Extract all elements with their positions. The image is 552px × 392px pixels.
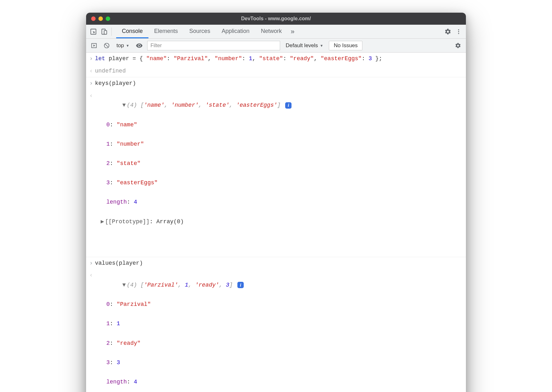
- console-input-row[interactable]: › let player = { "name": "Parzival", "nu…: [86, 53, 466, 65]
- input-chevron-icon: ›: [87, 258, 95, 268]
- console-input-row[interactable]: › values(player): [86, 257, 466, 269]
- array-length: length: 4: [106, 377, 463, 387]
- info-badge-icon[interactable]: i: [285, 102, 292, 109]
- expand-triangle-icon[interactable]: ▶: [101, 217, 105, 227]
- tab-label: Application: [222, 28, 249, 35]
- array-result: ▼(4) ['Parzival', 1, 'ready', 3] i 0: "P…: [95, 270, 463, 392]
- expand-triangle-icon[interactable]: ▼: [122, 100, 127, 110]
- tab-label: Console: [122, 28, 143, 35]
- console-output-row: ‹ undefined: [86, 65, 466, 78]
- array-length: length: 4: [106, 197, 463, 207]
- zoom-window-button[interactable]: [106, 16, 110, 21]
- devtools-window: DevTools - www.google.com/ Console Eleme…: [86, 13, 466, 392]
- svg-point-5: [458, 33, 459, 34]
- close-window-button[interactable]: [91, 16, 96, 21]
- tab-sources[interactable]: Sources: [184, 25, 216, 38]
- titlebar: DevTools - www.google.com/: [86, 13, 466, 25]
- tab-label: Sources: [189, 28, 210, 35]
- array-item: 0: "name": [106, 120, 463, 130]
- chevron-down-icon: ▼: [320, 44, 323, 47]
- divider: [111, 28, 112, 36]
- clear-console-icon[interactable]: [102, 41, 111, 50]
- svg-line-8: [105, 44, 108, 47]
- array-item: 1: 1: [106, 319, 463, 329]
- input-chevron-icon: ›: [87, 54, 95, 64]
- context-label: top: [116, 42, 124, 49]
- minimize-window-button[interactable]: [98, 16, 103, 21]
- svg-rect-2: [104, 30, 107, 34]
- console-output: › let player = { "name": "Parzival", "nu…: [86, 53, 466, 392]
- console-code: values(player): [95, 258, 463, 268]
- console-output-row[interactable]: ‹ ▼(4) ['name', 'number', 'state', 'east…: [86, 90, 466, 257]
- chevron-down-icon: ▼: [126, 44, 129, 47]
- array-item: 2: "state": [106, 159, 463, 168]
- console-code: keys(player): [95, 79, 463, 88]
- more-tabs-button[interactable]: »: [287, 28, 298, 36]
- tab-label: Network: [261, 28, 282, 35]
- svg-point-4: [458, 31, 459, 32]
- inspect-element-icon[interactable]: [88, 26, 99, 37]
- tab-application[interactable]: Application: [216, 25, 255, 38]
- tab-label: Elements: [154, 28, 178, 35]
- live-expression-icon[interactable]: [135, 41, 144, 50]
- window-controls: [91, 16, 110, 21]
- console-output-row[interactable]: ‹ ▼(4) ['Parzival', 1, 'ready', 3] i 0: …: [86, 269, 466, 392]
- console-code: let player = { "name": "Parzival", "numb…: [95, 54, 463, 64]
- filter-input[interactable]: Filter: [147, 41, 280, 50]
- array-item: 1: "number": [106, 139, 463, 149]
- info-badge-icon[interactable]: i: [237, 282, 244, 288]
- issues-label: No Issues: [334, 42, 358, 48]
- console-toolbar: top ▼ Filter Default levels ▼ No Issues: [86, 39, 466, 53]
- output-chevron-icon: ‹: [87, 66, 95, 76]
- window-title: DevTools - www.google.com/: [86, 16, 466, 22]
- console-settings-gear-icon[interactable]: [453, 41, 463, 50]
- output-chevron-icon: ‹: [87, 270, 95, 280]
- array-item: 2: "ready": [106, 338, 463, 348]
- undefined-result: undefined: [95, 66, 463, 76]
- console-input-row[interactable]: › keys(player): [86, 77, 466, 90]
- log-levels-selector[interactable]: Default levels ▼: [283, 42, 326, 49]
- svg-point-3: [458, 29, 459, 30]
- tab-network[interactable]: Network: [255, 25, 287, 38]
- output-chevron-icon: ‹: [87, 91, 95, 101]
- kebab-menu-icon[interactable]: [453, 26, 464, 37]
- main-tabbar: Console Elements Sources Application Net…: [86, 25, 466, 39]
- array-item: 3: 3: [106, 358, 463, 368]
- input-chevron-icon: ›: [87, 79, 95, 88]
- issues-button[interactable]: No Issues: [329, 41, 362, 50]
- tab-elements[interactable]: Elements: [148, 25, 184, 38]
- array-result: ▼(4) ['name', 'number', 'state', 'easter…: [95, 91, 463, 256]
- tab-console[interactable]: Console: [116, 25, 148, 38]
- settings-gear-icon[interactable]: [442, 26, 453, 37]
- array-item: 0: "Parzival": [106, 300, 463, 309]
- array-item: 3: "easterEggs": [106, 178, 463, 188]
- filter-placeholder: Filter: [151, 43, 162, 48]
- array-prototype[interactable]: ▶[[Prototype]]: Array(0): [106, 217, 463, 227]
- panel-tabs: Console Elements Sources Application Net…: [116, 25, 287, 38]
- execution-context-selector[interactable]: top ▼: [115, 42, 131, 49]
- levels-label: Default levels: [286, 42, 318, 49]
- device-toolbar-icon[interactable]: [99, 26, 110, 37]
- toggle-sidebar-icon[interactable]: [89, 41, 99, 50]
- expand-triangle-icon[interactable]: ▼: [122, 280, 127, 290]
